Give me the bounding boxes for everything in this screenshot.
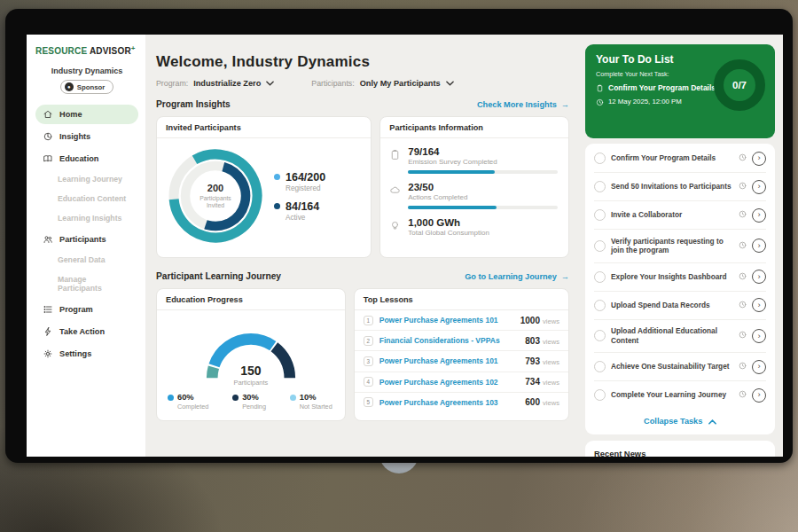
task-open-button[interactable]: ›: [752, 239, 766, 253]
participants-information-card: Participants Information 79/164 Emission…: [379, 116, 569, 258]
views-suffix: views: [543, 399, 559, 407]
monitor-bezel: RESOURCE ADVISOR+ Industry Dynamics ● Sp…: [5, 9, 793, 463]
task-checkbox[interactable]: [594, 300, 606, 311]
logo-primary: RESOURCE: [35, 46, 87, 56]
legend-label: Registered: [286, 184, 325, 192]
sidebar-item-home[interactable]: Home: [35, 105, 138, 124]
legend-dot: [290, 395, 296, 401]
task-open-button[interactable]: ›: [752, 360, 766, 374]
task-clock-icon: [739, 272, 747, 282]
right-panel: Your To Do List Complete Your Next Task:…: [580, 35, 783, 457]
logo-secondary: ADVISOR: [90, 46, 131, 56]
legend-item-registered: 164/200 Registered: [274, 171, 325, 192]
invited-count: 200: [207, 183, 223, 193]
legend-value: 30%: [242, 393, 259, 402]
task-checkbox[interactable]: [594, 209, 606, 221]
legend-dot: [168, 395, 174, 401]
lesson-views: 600: [525, 397, 540, 407]
task-open-button[interactable]: ›: [752, 180, 766, 194]
legend-value: 84/164: [286, 200, 319, 213]
participants-filter-value: Only My Participants: [360, 79, 441, 88]
program-filter[interactable]: Program: Industrialize Zero: [156, 79, 274, 88]
lesson-link[interactable]: Power Purchase Agreements 103: [379, 398, 520, 407]
lesson-link[interactable]: Power Purchase Agreements 101: [379, 356, 520, 365]
sidebar-item-manage-participants[interactable]: Manage Participants: [35, 270, 138, 298]
legend-value: 60%: [177, 393, 194, 402]
task-open-button[interactable]: ›: [752, 298, 766, 312]
task-clock-icon: [739, 331, 747, 340]
task-clock-icon: [739, 390, 747, 400]
sidebar-item-label: Education: [59, 154, 98, 163]
gauge-label: Participants: [193, 379, 309, 387]
sidebar-item-education[interactable]: Education: [35, 149, 138, 168]
task-open-button[interactable]: ›: [752, 208, 766, 223]
lesson-rank: 1: [364, 316, 373, 325]
task-clock-icon: [739, 301, 747, 310]
info-card-body: 79/164 Emission Survey Completed 23/50 A…: [380, 138, 568, 237]
task-label: Upload Additional Educational Content: [611, 326, 733, 346]
program-filter-label: Program:: [156, 79, 188, 88]
task-clock-icon: [739, 362, 747, 372]
views-suffix: views: [543, 338, 559, 346]
sidebar: RESOURCE ADVISOR+ Industry Dynamics ● Sp…: [27, 35, 145, 457]
sponsor-badge[interactable]: ● Sponsor: [60, 80, 114, 94]
sidebar-item-settings[interactable]: Settings: [35, 344, 138, 364]
task-clock-icon: [739, 182, 747, 192]
sidebar-item-label: Settings: [59, 349, 91, 358]
take-action-icon: [43, 326, 53, 337]
check-more-insights-link[interactable]: Check More Insights →: [477, 100, 569, 109]
lesson-link[interactable]: Power Purchase Agreements 101: [379, 316, 514, 325]
task-checkbox[interactable]: [594, 181, 606, 192]
task-label: Verify participants requesting to join t…: [611, 237, 733, 256]
participants-filter[interactable]: Participants: Only My Participants: [311, 79, 453, 88]
task-label: Explore Your Insights Dashboard: [611, 272, 733, 282]
sidebar-item-participants[interactable]: Participants: [35, 230, 138, 249]
card-title: Top Lessons: [355, 289, 568, 310]
metric-label: Actions Completed: [408, 193, 558, 201]
sidebar-item-learning-journey[interactable]: Learning Journey: [35, 169, 138, 189]
sidebar-item-program[interactable]: Program: [35, 300, 138, 319]
lesson-views: 793: [525, 356, 540, 366]
lesson-link[interactable]: Power Purchase Agreements 102: [379, 378, 520, 387]
task-open-button[interactable]: ›: [752, 270, 766, 284]
task-open-button[interactable]: ›: [752, 152, 766, 166]
go-to-learning-journey-link[interactable]: Go to Learning Journey →: [465, 272, 569, 281]
legend-item-pending: 30% Pending: [232, 393, 266, 411]
sidebar-item-take-action[interactable]: Take Action: [35, 322, 138, 341]
task-open-button[interactable]: ›: [752, 329, 766, 343]
task-open-button[interactable]: ›: [752, 388, 766, 403]
metric-value: 23/50: [408, 182, 558, 192]
page-title: Welcome, Industry Dynamics: [156, 53, 569, 71]
task-checkbox[interactable]: [594, 153, 606, 164]
education-progress-card: Education Progress 150 Participants: [156, 288, 346, 421]
next-task-label: Confirm Your Program Details: [608, 83, 716, 92]
invited-participants-card: Invited Participants 200 Participants In…: [156, 116, 372, 258]
education-icon: [43, 153, 53, 164]
legend-label: Active: [286, 214, 325, 222]
todo-tasks-card: Confirm Your Program Details › Send 50 I…: [585, 144, 775, 434]
sidebar-item-label: Take Action: [59, 327, 105, 336]
lesson-link[interactable]: Financial Considerations - VPPAs: [379, 336, 520, 345]
task-checkbox[interactable]: [594, 361, 606, 372]
bulb-icon: [389, 220, 401, 231]
task-row: Verify participants requesting to join t…: [594, 230, 766, 263]
sidebar-item-insights[interactable]: Insights: [35, 127, 138, 146]
task-checkbox[interactable]: [594, 389, 606, 401]
legend-item-active: 84/164 Active: [274, 200, 325, 222]
todo-summary-card: Your To Do List Complete Your Next Task:…: [585, 44, 775, 138]
task-checkbox[interactable]: [594, 271, 606, 283]
sidebar-item-learning-insights[interactable]: Learning Insights: [35, 208, 138, 228]
program-filter-value: Industrialize Zero: [193, 79, 261, 88]
sidebar-item-label: Program: [59, 305, 93, 314]
todo-progress-ring: 0/7: [714, 59, 765, 111]
invited-legend: 164/200 Registered 84/164 Active: [274, 163, 325, 230]
sponsor-badge-label: Sponsor: [77, 83, 106, 91]
collapse-tasks-link[interactable]: Collapse Tasks: [594, 409, 766, 434]
task-row: Send 50 Invitations to Participants ›: [594, 173, 766, 201]
legend-dot: [232, 395, 239, 401]
task-checkbox[interactable]: [594, 330, 606, 341]
sidebar-item-education-content[interactable]: Education Content: [35, 189, 138, 208]
sidebar-item-general-data[interactable]: General Data: [35, 250, 138, 270]
task-checkbox[interactable]: [594, 240, 606, 252]
views-suffix: views: [543, 379, 559, 387]
